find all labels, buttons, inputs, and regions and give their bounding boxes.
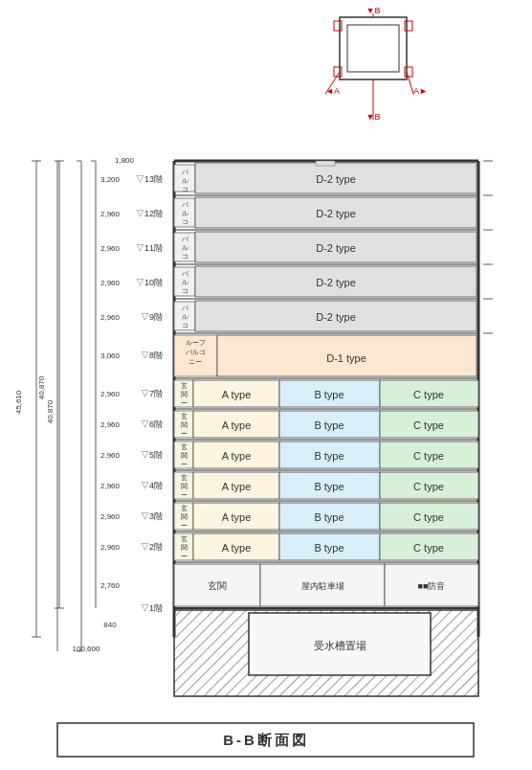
room-3-c-label: C type [413, 511, 444, 523]
floor-3-label: ▽3階 [141, 511, 163, 521]
h-4: 2,960 [100, 482, 121, 490]
h-1: 2,760 [100, 581, 121, 590]
detail-13-top [316, 161, 335, 166]
room-4-a-label: A type [222, 481, 252, 492]
floor-5-label: ▽5階 [141, 450, 163, 460]
room-6-a-label: A type [222, 419, 252, 431]
plan-outer-rect [340, 17, 407, 79]
roof-balcony-t3: ニー [188, 358, 202, 365]
h-3: 2,960 [100, 512, 121, 521]
balcony-3-t1: 玄 [181, 505, 188, 511]
base-total: 100,600 [73, 645, 100, 653]
plan-corner-tl [334, 21, 342, 31]
balcony-4-t1: 玄 [181, 474, 188, 481]
h-10: 2,960 [100, 279, 121, 287]
balcony-7-t3: ー [181, 399, 188, 406]
room-7-b-label: B type [314, 389, 344, 400]
h-13: 3,200 [100, 175, 121, 184]
room-4-b-label: B type [314, 481, 344, 492]
balcony-11-t3: コ [182, 253, 188, 260]
base-840: 840 [103, 621, 117, 629]
room-4-c-label: C type [413, 481, 444, 492]
h-9: 2,960 [100, 313, 121, 322]
floor-7-label: ▽7階 [141, 389, 163, 398]
room-1-other-label: ■■防音 [418, 581, 446, 591]
plan-corner-br [405, 67, 412, 77]
room-5-b-label: B type [314, 450, 344, 462]
basement-label: 受水槽置場 [314, 640, 366, 651]
plan-corner-tr [405, 21, 412, 31]
room-5-c-label: C type [413, 450, 444, 462]
balcony-9-t1: バ [181, 305, 189, 311]
total-h-val: 40,870 [37, 375, 46, 399]
balcony-7-t1: 玄 [181, 382, 188, 389]
h-11: 2,960 [100, 244, 121, 253]
room-3-a-label: A type [222, 511, 252, 523]
balcony-4-t3: ー [181, 491, 188, 498]
floor-12-label: ▽12階 [136, 209, 163, 218]
room-5-a-label: A type [222, 450, 252, 462]
floor-9-label: ▽9階 [141, 312, 163, 322]
h-12: 2,960 [100, 210, 121, 218]
balcony-3-t3: ー [181, 522, 188, 529]
h-6: 2,960 [100, 420, 121, 429]
room-2-b-label: B type [314, 542, 344, 554]
floor-11-label: ▽11階 [136, 243, 163, 253]
room-3-b-label: B type [314, 511, 344, 523]
room-11-label: D-2 type [316, 242, 356, 254]
room-7-a-label: A type [222, 389, 252, 400]
balcony-11-t2: ル [182, 244, 188, 251]
balcony-2-t2: 関 [181, 544, 188, 551]
balcony-9-t3: コ [182, 322, 188, 328]
plan-inner-rect [347, 25, 399, 72]
h-5: 2,960 [100, 451, 121, 460]
h-2: 2,960 [100, 543, 121, 552]
balcony-10-t3: コ [182, 287, 188, 294]
balcony-10-t1: バ [181, 270, 189, 277]
balcony-6-t1: 玄 [181, 413, 188, 419]
h-8: 3,060 [100, 351, 121, 360]
room-6-c-label: C type [413, 419, 444, 431]
balcony-12-t3: コ [182, 218, 188, 225]
balcony-5-t3: ー [181, 461, 188, 467]
floor-6-label: ▽6階 [141, 419, 163, 429]
room-7-c-label: C type [413, 389, 444, 400]
h-7: 2,960 [100, 390, 121, 398]
floor-4-label: ▽4階 [141, 481, 163, 490]
floor-1-label: ▽1階 [141, 603, 163, 613]
floor-10-label: ▽10階 [136, 278, 163, 287]
balcony-11-t1: バ [181, 236, 189, 242]
total-height-label: 40,870 [46, 399, 55, 423]
floor-8-label: ▽8階 [141, 351, 163, 360]
roof-balcony-t2: バルコ [185, 349, 206, 355]
room-12-label: D-2 type [316, 208, 356, 219]
balcony-9-t2: ル [182, 313, 188, 320]
total-with-base-val: 45,610 [14, 390, 23, 414]
floor-2-label: ▽2階 [141, 542, 163, 552]
balcony-13-label: バ [181, 169, 189, 175]
room-9-label: D-2 type [316, 311, 356, 323]
balcony-5-t1: 玄 [181, 443, 188, 450]
balcony-4-t2: 関 [181, 483, 188, 489]
dim-13-label: 1,800 [115, 156, 135, 165]
floor-13-label: ▽13階 [136, 174, 163, 184]
room-1-parking-label: 屋内駐車場 [301, 581, 344, 591]
balcony-2-t1: 玄 [181, 535, 188, 542]
balcony-5-t2: 関 [181, 452, 188, 459]
balcony-10-t2: ル [182, 279, 188, 285]
room-2-a-label: A type [222, 542, 252, 554]
room-13-label: D-2 type [316, 173, 356, 185]
roof-balcony-t1: ルーフ [186, 339, 206, 346]
a-right-label: A► [413, 86, 428, 96]
balcony-6-t3: ー [181, 430, 188, 437]
balcony-13-label3: コ [182, 186, 188, 192]
room-6-b-label: B type [314, 419, 344, 431]
page-title: B-B断面図 [223, 732, 309, 748]
room-8-label: D-1 type [326, 352, 366, 364]
balcony-13-label2: ル [182, 177, 188, 184]
balcony-2-t3: ー [181, 553, 188, 559]
balcony-12-t2: ル [182, 210, 188, 216]
room-10-label: D-2 type [316, 277, 356, 288]
balcony-3-t2: 関 [181, 513, 188, 520]
room-2-c-label: C type [413, 542, 444, 554]
